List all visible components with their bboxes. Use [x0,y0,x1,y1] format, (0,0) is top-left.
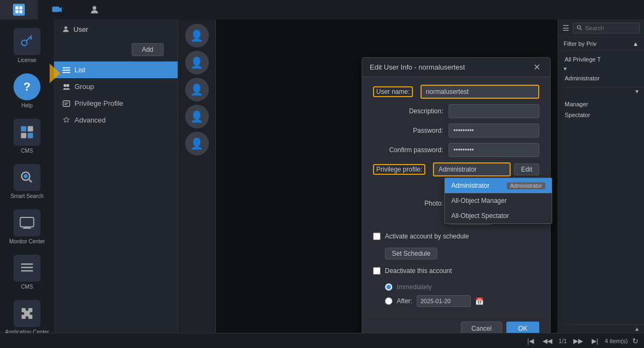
svg-rect-10 [21,133,26,138]
list-view-button[interactable]: ☰ [562,24,570,32]
smart-search-icon [13,164,40,191]
after-label: After: [397,297,412,305]
dropdown-item-all-object-spectator[interactable]: All-Object Spectator [445,208,552,223]
right-panel: ☰ Filter by Priv ▲ All Privilege T ▼ Adm… [558,19,644,333]
modal-close-button[interactable]: ✕ [531,62,543,72]
deactivate-account-checkbox[interactable] [373,267,381,275]
first-page-button[interactable]: |◀ [525,336,536,346]
svg-point-34 [578,26,581,29]
user-avatar-1[interactable]: 👤 [185,24,209,47]
privilege-select[interactable]: Administrator All-Object Manager All-Obj… [433,162,511,176]
application-center-label: Application Center [5,329,49,333]
filter-item-administrator[interactable]: Administrator [558,73,644,84]
deactivate-account-row: Deactivate this account [373,265,539,277]
svg-rect-33 [65,104,67,104]
confirm-password-input[interactable] [449,143,539,157]
user-avatar-2[interactable]: 👤 [185,51,209,74]
orange-arrow-indicator [50,64,66,83]
confirm-password-label: Confirm password: [373,146,443,154]
sidebar-item-cms[interactable]: CMS [3,114,51,159]
filter-item-spectator[interactable]: Spectator [558,110,644,120]
sidebar-item-help[interactable]: ? Help [3,69,51,113]
left-nav: User Add List [54,19,178,333]
svg-point-24 [64,26,67,29]
user-avatar-4[interactable]: 👤 [185,105,209,128]
photo-label: Photo: [373,200,443,207]
filter-item-all[interactable]: All Privilege T [558,54,644,65]
edit-user-modal: Edit User Info - normalusertest ✕ User n… [362,57,551,333]
calendar-icon[interactable]: 📅 [475,297,484,305]
modal-header: Edit User Info - normalusertest ✕ [362,58,550,77]
svg-rect-31 [63,100,70,106]
add-button[interactable]: Add [132,43,164,56]
smart-search-label: Smart Search [10,193,43,200]
user-topbar-icon[interactable] [76,0,113,19]
immediately-radio[interactable] [385,283,392,291]
nav-item-advanced[interactable]: Advanced [54,112,178,128]
svg-point-7 [22,40,27,46]
svg-marker-25 [50,64,60,83]
sidebar-item-monitor-center[interactable]: Monitor Center [3,205,51,249]
user-avatar-3[interactable]: 👤 [185,78,209,101]
privilege-icon [63,100,70,107]
username-input[interactable] [421,85,539,99]
sidebar-item-smart-search[interactable]: Smart Search [3,160,51,204]
cancel-button[interactable]: Cancel [461,322,501,333]
filter-section-top: All Privilege T ▼ Administrator [558,51,644,87]
activate-account-row: Activate account by schedule [373,230,539,242]
nav-privilege-label: Privilege Profile [74,99,123,107]
last-page-button[interactable]: ▶| [589,336,600,346]
svg-rect-11 [28,133,33,138]
svg-marker-5 [59,7,62,12]
prev-page-button[interactable]: ◀◀ [540,336,554,346]
ok-button[interactable]: OK [506,322,539,333]
username-label: User name: [376,88,410,95]
svg-rect-3 [19,10,23,13]
user-avatar-5[interactable]: 👤 [185,132,209,155]
activate-account-checkbox[interactable] [373,233,381,240]
nav-item-list[interactable]: List [54,62,178,78]
after-radio[interactable] [385,297,392,305]
bottom-bar: |◀ ◀◀ 1/1 ▶▶ ▶| 4 item(s) ↻ [0,333,644,348]
dropdown-administrator-badge: Administrator [507,182,545,189]
dropdown-item-all-object-manager[interactable]: All-Object Manager [445,193,552,208]
sidebar-item-application-center[interactable]: Application Center [3,296,51,333]
svg-rect-9 [28,126,33,132]
sidebar: License ? Help CMS [0,19,54,333]
camera-topbar-icon[interactable] [38,0,76,19]
monitor-center-label: Monitor Center [9,238,45,245]
dropdown-item-administrator[interactable]: Administrator Administrator [445,178,552,193]
next-page-button[interactable]: ▶▶ [571,336,585,346]
advanced-icon [63,117,70,124]
filter-collapse-icon-top[interactable]: ▼ [562,66,568,72]
description-input[interactable] [449,104,539,118]
help-label: Help [22,103,33,109]
cms-icon [13,119,40,146]
nav-item-group[interactable]: Group [54,78,178,95]
filter-item-manager[interactable]: Manager [558,99,644,110]
user-list: 👤 👤 👤 👤 👤 [178,19,216,333]
deactivate-date-input[interactable] [417,295,471,307]
svg-rect-0 [16,6,19,10]
sidebar-item-license[interactable]: License [3,24,51,68]
app-grid[interactable] [0,0,38,19]
privilege-row: Privilege profile: Administrator All-Obj… [373,162,539,176]
nav-item-privilege-profile[interactable]: Privilege Profile [54,95,178,112]
description-label: Description: [373,107,443,115]
filter-collapse-icon-mid[interactable]: ▼ [634,88,640,94]
group-icon [63,83,70,91]
privilege-edit-button[interactable]: Edit [514,163,539,175]
dropdown-spectator-label: All-Object Spectator [451,212,509,220]
sidebar-item-cms2[interactable]: CMS [3,250,51,295]
svg-point-13 [24,174,28,179]
right-panel-toolbar: ☰ [558,19,644,37]
password-input[interactable] [449,124,539,138]
set-schedule-button[interactable]: Set Schedule [385,248,437,260]
filter-collapse-icon-bottom[interactable]: ▲ [634,326,640,332]
nav-group-label: Group [74,83,94,91]
collapse-icon[interactable]: ▲ [633,40,639,47]
refresh-button[interactable]: ↻ [632,337,639,345]
left-nav-title: User [73,25,88,33]
search-input[interactable] [585,25,628,31]
modal-body: User name: Description: Password: [362,77,550,316]
